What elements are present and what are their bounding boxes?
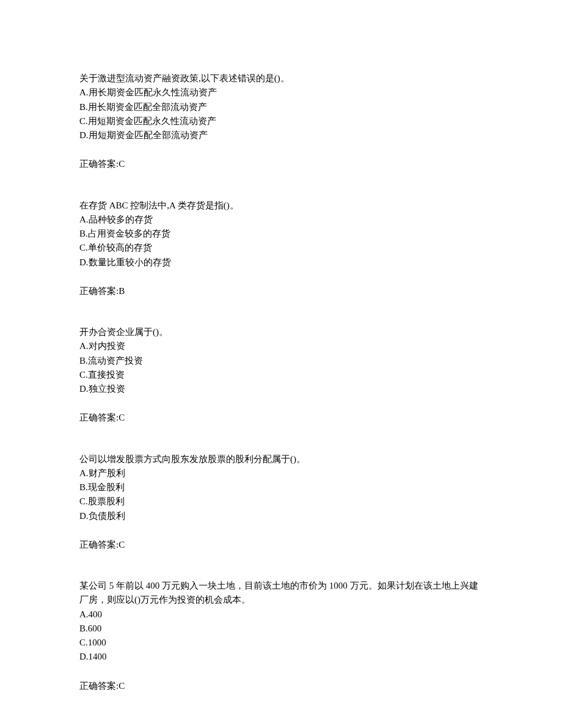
question-answer: 正确答案:C	[79, 411, 483, 425]
question-option: B.现金股利	[79, 480, 483, 495]
question-option: B.占用资金较多的存货	[79, 227, 483, 241]
question-option: D.独立投资	[79, 382, 483, 396]
answer-value: B	[119, 286, 125, 296]
question-block: 开办合资企业属于()。 A.对内投资 B.流动资产投资 C.直接投资 D.独立投…	[79, 325, 483, 425]
answer-label: 正确答案:	[79, 681, 119, 691]
question-option: A.400	[79, 608, 483, 622]
answer-label: 正确答案:	[79, 286, 119, 296]
question-stem: 在存货 ABC 控制法中,A 类存货是指()。	[79, 199, 483, 213]
question-option: B.600	[79, 622, 483, 636]
answer-value: C	[119, 540, 125, 550]
question-answer: 正确答案:C	[79, 538, 483, 552]
question-option: D.负债股利	[79, 509, 483, 523]
question-option: D.1400	[79, 650, 483, 664]
question-option: C.1000	[79, 636, 483, 650]
question-answer: 正确答案:B	[79, 284, 483, 298]
question-option: C.直接投资	[79, 368, 483, 382]
question-option: B.流动资产投资	[79, 354, 483, 368]
question-option: D.数量比重较小的存货	[79, 256, 483, 270]
question-stem: 开办合资企业属于()。	[79, 325, 483, 339]
question-stem: 关于激进型流动资产融资政策,以下表述错误的是()。	[79, 72, 483, 86]
question-block: 关于激进型流动资产融资政策,以下表述错误的是()。 A.用长期资金匹配永久性流动…	[79, 72, 483, 172]
question-answer: 正确答案:C	[79, 157, 483, 171]
question-block: 公司以增发股票方式向股东发放股票的股利分配属于()。 A.财产股利 B.现金股利…	[79, 452, 483, 553]
question-answer: 正确答案:C	[79, 679, 483, 693]
question-option: D.用短期资金匹配全部流动资产	[79, 128, 483, 142]
question-option: C.股票股利	[79, 495, 483, 509]
question-option: A.对内投资	[79, 339, 483, 353]
question-block: 某公司 5 年前以 400 万元购入一块土地，目前该土地的市价为 1000 万元…	[79, 579, 483, 693]
answer-label: 正确答案:	[79, 159, 119, 169]
answer-value: C	[119, 413, 125, 422]
answer-label: 正确答案:	[79, 540, 119, 550]
document-page: 关于激进型流动资产融资政策,以下表述错误的是()。 A.用长期资金匹配永久性流动…	[0, 0, 562, 728]
question-option: A.品种较多的存货	[79, 213, 483, 227]
question-stem: 公司以增发股票方式向股东发放股票的股利分配属于()。	[79, 452, 483, 466]
question-stem: 某公司 5 年前以 400 万元购入一块土地，目前该土地的市价为 1000 万元…	[79, 579, 483, 608]
question-option: C.单价较高的存货	[79, 241, 483, 255]
question-block: 在存货 ABC 控制法中,A 类存货是指()。 A.品种较多的存货 B.占用资金…	[79, 199, 483, 299]
question-option: A.用长期资金匹配永久性流动资产	[79, 86, 483, 100]
question-option: C.用短期资金匹配永久性流动资产	[79, 114, 483, 128]
question-option: A.财产股利	[79, 466, 483, 480]
question-option: B.用长期资金匹配全部流动资产	[79, 100, 483, 114]
answer-value: C	[119, 159, 125, 169]
answer-label: 正确答案:	[79, 413, 119, 422]
answer-value: C	[119, 681, 125, 691]
